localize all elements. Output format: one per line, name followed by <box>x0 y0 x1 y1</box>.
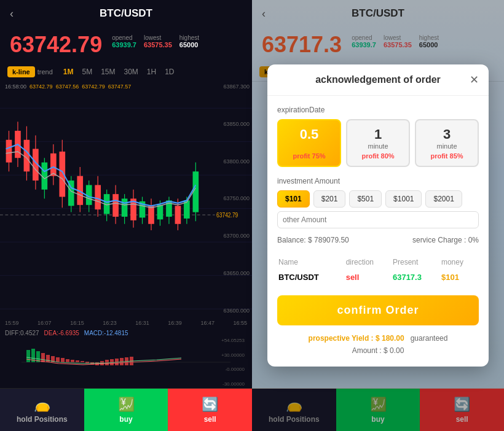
service-charge-label: service Charge : 0% <box>412 236 479 244</box>
modal-header: acknowledgement of order ✕ <box>267 64 489 96</box>
row-direction: sell <box>346 270 392 284</box>
svg-rect-63 <box>76 360 79 362</box>
left-highest: highest 65000 <box>179 34 199 49</box>
svg-rect-34 <box>112 194 119 217</box>
exp-unit-2: minute <box>352 142 404 150</box>
exp-profit-2: profit 80% <box>352 152 404 160</box>
modal-close-button[interactable]: ✕ <box>470 73 479 87</box>
left-chart-controls: k-line trend 1M 5M 15M 30M 1H 1D <box>0 63 252 81</box>
macd-level-3: -0.00000 <box>221 367 245 372</box>
svg-rect-56 <box>41 353 45 362</box>
row-money: $101 <box>441 270 478 284</box>
svg-rect-61 <box>66 359 69 362</box>
macd-macd: MACD:-12.4815 <box>84 330 128 336</box>
hold-icon: 👝 <box>34 397 50 413</box>
exp-unit-1 <box>283 142 335 150</box>
timeframe-5m[interactable]: 5M <box>79 66 95 77</box>
price-level-6: 63650.000 <box>211 270 250 276</box>
left-sell-button[interactable]: 🔄 sell <box>168 389 252 431</box>
exp-profit-1: profit 75% <box>283 152 335 160</box>
amount-1001[interactable]: $1001 <box>385 190 422 208</box>
confirm-order-button[interactable]: confirm Order <box>277 295 479 325</box>
left-buy-button[interactable]: 💹 buy <box>84 389 168 431</box>
svg-rect-59 <box>56 357 60 362</box>
left-highest-value: 65000 <box>179 41 199 49</box>
trend-label: trend <box>37 68 53 76</box>
timeframe-15m[interactable]: 15M <box>98 66 118 77</box>
left-price-meta: opened 63939.7 lowest 63575.35 highest 6… <box>112 32 199 49</box>
svg-rect-14 <box>24 140 30 172</box>
macd-level-4: -30.00000 <box>221 381 245 387</box>
row-present: 63717.3 <box>393 270 440 284</box>
left-header: ‹ BTC/USDT <box>0 0 252 27</box>
table-row: BTC/USDT sell 63717.3 $101 <box>278 270 478 284</box>
time-5: 16:31 <box>135 320 149 326</box>
left-opened: opened 63939.7 <box>112 34 136 49</box>
left-opened-label: opened <box>112 34 136 41</box>
left-back-arrow[interactable]: ‹ <box>10 7 14 20</box>
price-level-2: 63850.000 <box>211 121 250 127</box>
buy-icon: 💹 <box>118 397 135 413</box>
timeframe-30m[interactable]: 30M <box>121 66 141 77</box>
svg-rect-20 <box>50 153 57 176</box>
left-lowest: lowest 63575.35 <box>144 34 172 49</box>
order-table: Name direction Present money BTC/USDT se… <box>277 254 479 285</box>
timeframe-1d[interactable]: 1D <box>162 66 177 77</box>
col-name: Name <box>278 255 345 269</box>
price-labels: 63867.300 63850.000 63800.000 63750.000 … <box>209 81 252 316</box>
col-direction: direction <box>346 255 392 269</box>
time-4: 16:23 <box>103 320 117 326</box>
time-1: 15:59 <box>5 320 19 326</box>
price-level-7: 63600.000 <box>211 308 250 314</box>
left-pair-title: BTC/USDT <box>100 7 152 20</box>
macd-section: DIFF:0.4527 DEA:-6.6935 MACD:-12.4815 <box>0 327 252 388</box>
order-modal: acknowledgement of order ✕ expirationDat… <box>267 64 489 366</box>
exp-value-2: 1 <box>352 126 404 142</box>
svg-rect-62 <box>71 360 74 362</box>
amount-2001[interactable]: $2001 <box>425 190 462 208</box>
left-chart-area: 16:58:00 63742.79 63747.56 63742.79 6374… <box>0 81 252 316</box>
amount-101[interactable]: $101 <box>277 190 310 208</box>
modal-body: expirationDate 0.5 profit 75% 1 minute p… <box>267 96 489 366</box>
svg-rect-64 <box>81 361 84 362</box>
svg-rect-18 <box>42 163 48 190</box>
macd-level-2: +30.00000 <box>221 352 245 358</box>
price-level-3: 63800.000 <box>211 158 250 165</box>
left-hold-button[interactable]: 👝 hold Positions <box>0 389 84 431</box>
balance-label: Balance: $ 789079.50 <box>277 236 349 244</box>
time-3: 16:15 <box>70 320 84 326</box>
yield-label: prospective Yield : $ 180.00 <box>309 334 404 343</box>
amount-other-input[interactable] <box>277 211 479 228</box>
amount-options: $101 $201 $501 $1001 $2001 <box>277 190 479 228</box>
exp-option-2[interactable]: 1 minute profit 80% <box>346 119 410 167</box>
svg-rect-10 <box>6 140 12 163</box>
sell-icon: 🔄 <box>202 397 218 413</box>
chart-timestamp: 16:58:00 63742.79 63747.56 63742.79 6374… <box>5 83 131 90</box>
timeframe-1h[interactable]: 1H <box>144 66 159 77</box>
sell-label: sell <box>204 415 216 424</box>
exp-option-3[interactable]: 3 minute profit 85% <box>415 119 479 167</box>
price-level-5: 63700.000 <box>211 233 250 239</box>
amount-201[interactable]: $201 <box>313 190 346 208</box>
timeframe-1m[interactable]: 1M <box>60 66 77 77</box>
exp-value-3: 3 <box>421 126 473 142</box>
time-6: 16:39 <box>168 320 182 326</box>
col-money: money <box>441 255 478 269</box>
left-opened-value: 63939.7 <box>112 41 136 49</box>
left-highest-label: highest <box>179 34 199 41</box>
col-present: Present <box>393 255 440 269</box>
hold-label: hold Positions <box>17 415 68 424</box>
left-lowest-label: lowest <box>144 34 172 41</box>
macd-values: DIFF:0.4527 DEA:-6.6935 MACD:-12.4815 <box>5 330 247 336</box>
expiration-label: expirationDate <box>277 106 479 114</box>
kline-button[interactable]: k-line <box>7 66 35 77</box>
svg-rect-48 <box>175 206 181 223</box>
modal-title: acknowledgement of order <box>315 74 441 85</box>
time-7: 16:47 <box>200 320 215 326</box>
time-8: 16:55 <box>233 320 247 326</box>
macd-level-1: +54.05253 <box>221 338 245 343</box>
svg-rect-53 <box>26 350 30 362</box>
macd-chart: +54.05253 +30.00000 -0.00000 -30.00000 <box>5 338 247 387</box>
exp-option-1[interactable]: 0.5 profit 75% <box>277 119 341 167</box>
amount-501[interactable]: $501 <box>349 190 382 208</box>
